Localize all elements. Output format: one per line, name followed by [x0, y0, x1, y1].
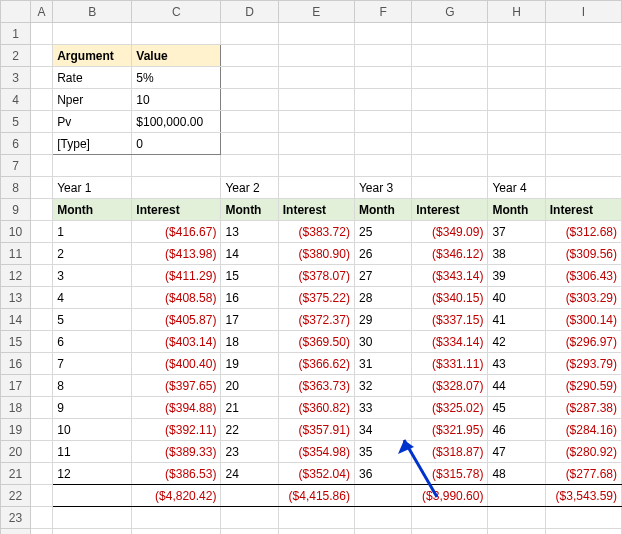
cell[interactable] — [545, 45, 621, 67]
year-label-3[interactable]: Year 3 — [354, 177, 411, 199]
row-header-16[interactable]: 16 — [1, 353, 31, 375]
cell[interactable] — [221, 507, 278, 529]
cell[interactable] — [30, 221, 52, 243]
row-header-13[interactable]: 13 — [1, 287, 31, 309]
cell[interactable] — [30, 155, 52, 177]
cell[interactable] — [278, 111, 354, 133]
cell[interactable] — [221, 89, 278, 111]
cell[interactable] — [132, 155, 221, 177]
interest[interactable]: ($397.65) — [132, 375, 221, 397]
select-all-corner[interactable] — [1, 1, 31, 23]
col-interest-4[interactable]: Interest — [545, 199, 621, 221]
row-header-8[interactable]: 8 — [1, 177, 31, 199]
spreadsheet-grid[interactable]: A B C D E F G H I 1 2 Argument Value 3 — [0, 0, 622, 534]
cell[interactable] — [412, 111, 488, 133]
interest[interactable]: ($403.14) — [132, 331, 221, 353]
row-header-9[interactable]: 9 — [1, 199, 31, 221]
cell[interactable] — [30, 441, 52, 463]
cell[interactable] — [545, 89, 621, 111]
month[interactable]: 20 — [221, 375, 278, 397]
interest[interactable]: ($284.16) — [545, 419, 621, 441]
cell[interactable] — [488, 485, 545, 507]
interest[interactable]: ($416.67) — [132, 221, 221, 243]
col-month-2[interactable]: Month — [221, 199, 278, 221]
col-header-A[interactable]: A — [30, 1, 52, 23]
cell[interactable] — [488, 111, 545, 133]
month[interactable]: 29 — [354, 309, 411, 331]
row-header-20[interactable]: 20 — [1, 441, 31, 463]
cell[interactable] — [30, 111, 52, 133]
month[interactable]: 5 — [53, 309, 132, 331]
interest[interactable]: ($372.37) — [278, 309, 354, 331]
month[interactable]: 16 — [221, 287, 278, 309]
col-month-1[interactable]: Month — [53, 199, 132, 221]
month[interactable]: 38 — [488, 243, 545, 265]
cell[interactable] — [53, 485, 132, 507]
month[interactable]: 32 — [354, 375, 411, 397]
interest[interactable]: ($309.56) — [545, 243, 621, 265]
cell[interactable] — [545, 155, 621, 177]
cell[interactable] — [132, 529, 221, 535]
interest[interactable]: ($408.58) — [132, 287, 221, 309]
row-header-10[interactable]: 10 — [1, 221, 31, 243]
row-header-18[interactable]: 18 — [1, 397, 31, 419]
cell[interactable] — [30, 397, 52, 419]
cell[interactable] — [354, 485, 411, 507]
cell[interactable] — [412, 67, 488, 89]
args-header-value[interactable]: Value — [132, 45, 221, 67]
interest[interactable]: ($340.15) — [412, 287, 488, 309]
row-header-21[interactable]: 21 — [1, 463, 31, 485]
row-header-22[interactable]: 22 — [1, 485, 31, 507]
interest[interactable]: ($290.59) — [545, 375, 621, 397]
col-header-C[interactable]: C — [132, 1, 221, 23]
year-total-3[interactable]: ($3,990.60) — [412, 485, 488, 507]
cell[interactable] — [412, 529, 488, 535]
col-header-F[interactable]: F — [354, 1, 411, 23]
month[interactable]: 25 — [354, 221, 411, 243]
arg-key[interactable]: Rate — [53, 67, 132, 89]
interest[interactable]: ($411.29) — [132, 265, 221, 287]
interest[interactable]: ($280.92) — [545, 441, 621, 463]
interest[interactable]: ($277.68) — [545, 463, 621, 485]
cell[interactable] — [488, 89, 545, 111]
month[interactable]: 4 — [53, 287, 132, 309]
month[interactable]: 8 — [53, 375, 132, 397]
row-header-6[interactable]: 6 — [1, 133, 31, 155]
cell[interactable] — [354, 89, 411, 111]
month[interactable]: 33 — [354, 397, 411, 419]
cell[interactable] — [412, 177, 488, 199]
month[interactable]: 40 — [488, 287, 545, 309]
interest[interactable]: ($312.68) — [545, 221, 621, 243]
cell[interactable] — [30, 23, 52, 45]
month[interactable]: 10 — [53, 419, 132, 441]
month[interactable]: 28 — [354, 287, 411, 309]
cell[interactable] — [278, 67, 354, 89]
year-label-2[interactable]: Year 2 — [221, 177, 278, 199]
month[interactable]: 19 — [221, 353, 278, 375]
cell[interactable] — [30, 45, 52, 67]
row-header-15[interactable]: 15 — [1, 331, 31, 353]
cell[interactable] — [278, 507, 354, 529]
cell[interactable] — [488, 133, 545, 155]
arg-key[interactable]: Nper — [53, 89, 132, 111]
month[interactable]: 35 — [354, 441, 411, 463]
col-header-E[interactable]: E — [278, 1, 354, 23]
cell[interactable] — [278, 155, 354, 177]
interest[interactable]: ($357.91) — [278, 419, 354, 441]
cell[interactable] — [53, 155, 132, 177]
cell[interactable] — [278, 23, 354, 45]
year-total-4[interactable]: ($3,543.59) — [545, 485, 621, 507]
interest[interactable]: ($331.11) — [412, 353, 488, 375]
row-header-4[interactable]: 4 — [1, 89, 31, 111]
cell[interactable] — [354, 23, 411, 45]
cell[interactable] — [545, 529, 621, 535]
cell[interactable] — [30, 265, 52, 287]
row-header-5[interactable]: 5 — [1, 111, 31, 133]
cell[interactable] — [488, 529, 545, 535]
month[interactable]: 1 — [53, 221, 132, 243]
month[interactable]: 22 — [221, 419, 278, 441]
month[interactable]: 46 — [488, 419, 545, 441]
cell[interactable] — [30, 67, 52, 89]
month[interactable]: 42 — [488, 331, 545, 353]
row-header-11[interactable]: 11 — [1, 243, 31, 265]
